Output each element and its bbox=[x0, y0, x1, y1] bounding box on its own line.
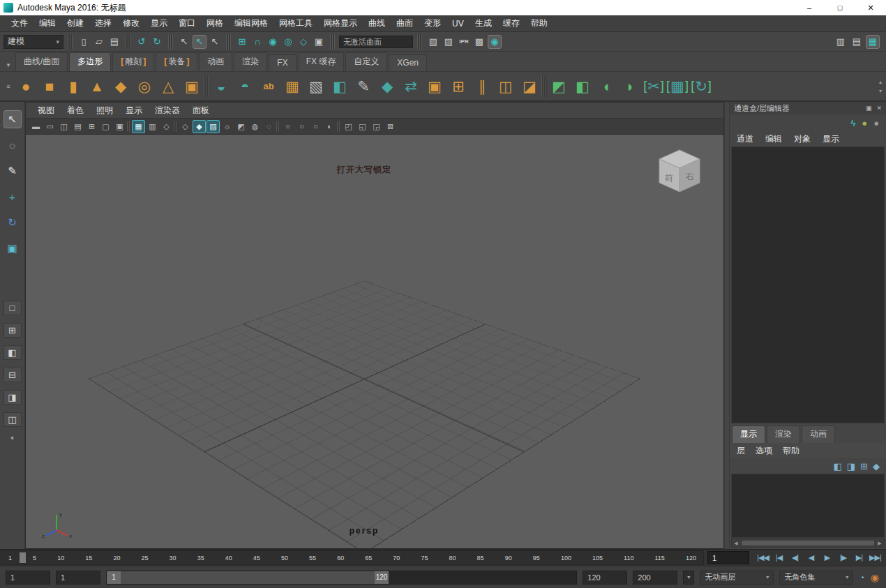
occlusion-toggle-icon[interactable]: ◍ bbox=[248, 120, 262, 133]
layer-editor-menu-item[interactable]: 层 bbox=[737, 445, 745, 457]
layout-more-icon[interactable]: ▾ bbox=[10, 435, 14, 442]
layout-hypershade-persp[interactable]: ◨ bbox=[3, 390, 22, 405]
bevel-icon[interactable]: ◆ bbox=[375, 74, 399, 99]
channel-box-icon[interactable]: ▦ bbox=[866, 35, 880, 49]
menu-item[interactable]: 编辑网格 bbox=[229, 17, 273, 29]
launch-render-icon[interactable]: ◉ bbox=[488, 35, 502, 49]
menu-item[interactable]: 帮助 bbox=[525, 17, 553, 29]
range-end-handle[interactable]: 120 bbox=[375, 571, 389, 584]
playback-options-dropdown[interactable]: ▾ bbox=[683, 571, 694, 585]
group-divider[interactable] bbox=[68, 34, 73, 50]
menu-item[interactable]: 曲面 bbox=[391, 17, 419, 29]
sculpt-brush-icon[interactable]: ◖ bbox=[594, 74, 618, 99]
close-button[interactable]: ✕ bbox=[855, 0, 886, 15]
menu-item[interactable]: 选择 bbox=[89, 17, 117, 29]
pane-divider[interactable] bbox=[724, 102, 730, 549]
playback-start-field[interactable]: 1 bbox=[56, 571, 100, 585]
create-polygon-icon[interactable]: ◧ bbox=[571, 74, 594, 99]
shelf-tab[interactable]: FX bbox=[269, 54, 296, 71]
shelf-tab-menu-icon[interactable]: ▾ bbox=[3, 59, 14, 71]
current-frame-field[interactable]: 1 bbox=[707, 551, 749, 564]
poly-cylinder-icon[interactable]: ▮ bbox=[61, 74, 85, 99]
lighting-toggle-icon[interactable]: ☼ bbox=[220, 120, 234, 133]
select-object-icon[interactable]: ↖ bbox=[193, 35, 207, 49]
group-divider[interactable] bbox=[168, 34, 173, 50]
channel-box-menu-item[interactable]: 通道 bbox=[737, 133, 753, 145]
layout-four-pane[interactable]: ⊞ bbox=[3, 323, 22, 338]
layer-editor-tab[interactable]: 渲染 bbox=[767, 425, 800, 443]
viewport-menu-item[interactable]: 着色 bbox=[61, 105, 90, 116]
auto-key-icon[interactable]: ◉ bbox=[871, 572, 879, 583]
quad-draw-icon[interactable]: ◩ bbox=[547, 74, 571, 99]
layer-editor-menu-item[interactable]: 选项 bbox=[756, 445, 772, 457]
safe-action-icon[interactable]: ▢ bbox=[99, 120, 112, 133]
shelf-tab[interactable]: 多边形 bbox=[69, 52, 111, 71]
range-slider-track[interactable]: 1 120 bbox=[106, 571, 577, 585]
active-surface-input[interactable] bbox=[339, 36, 413, 48]
color-managed-icon[interactable]: ◐ bbox=[323, 120, 336, 133]
poly-pipe-icon[interactable]: ▣ bbox=[180, 74, 204, 99]
poly-cone-icon[interactable]: ▲ bbox=[85, 74, 109, 99]
play-backwards-button[interactable]: ◀ bbox=[804, 551, 818, 565]
duplicate-face-icon[interactable]: ◫ bbox=[494, 74, 518, 99]
poly-text-icon[interactable]: ab bbox=[257, 74, 280, 99]
snap-curve-icon[interactable]: ∩ bbox=[250, 35, 264, 49]
animation-start-field[interactable]: 1 bbox=[6, 571, 50, 585]
animation-end-field[interactable]: 200 bbox=[633, 571, 677, 585]
hud-toggle-icon[interactable]: ▥ bbox=[146, 120, 159, 133]
scroll-right-icon[interactable]: ▶ bbox=[876, 541, 884, 546]
group-divider[interactable] bbox=[417, 34, 422, 50]
menu-item[interactable]: 网格 bbox=[201, 17, 229, 29]
select-component-icon[interactable]: ↖ bbox=[208, 35, 222, 49]
shelf-tab[interactable]: 雕刻 bbox=[112, 52, 154, 71]
antialias-toggle-icon[interactable]: ◌ bbox=[262, 120, 276, 133]
shelf-tab[interactable]: 自定义 bbox=[345, 52, 387, 71]
go-to-end-button[interactable]: ▶▶| bbox=[868, 551, 883, 565]
attribute-editor-icon[interactable]: ▤ bbox=[850, 35, 864, 49]
scroll-up-icon[interactable]: ▴ bbox=[879, 79, 882, 85]
field-chart-icon[interactable]: ⊞ bbox=[85, 120, 98, 133]
layout-persp-outliner[interactable]: ◧ bbox=[3, 345, 22, 360]
move-layer-up-icon[interactable]: ◧ bbox=[834, 461, 842, 472]
snap-projected-center-icon[interactable]: ◎ bbox=[281, 35, 295, 49]
relax-brush-icon[interactable]: ◗ bbox=[618, 74, 642, 99]
shelf-tab[interactable]: XGen bbox=[389, 54, 427, 71]
poly-torus-icon[interactable]: ◎ bbox=[133, 74, 156, 99]
minimize-button[interactable]: – bbox=[794, 0, 825, 15]
undo-icon[interactable]: ↺ bbox=[135, 35, 149, 49]
range-start-handle[interactable]: 1 bbox=[107, 571, 121, 584]
render-view-icon[interactable]: ▧ bbox=[426, 35, 440, 49]
hscroll-thumb[interactable] bbox=[742, 541, 874, 545]
layer-list-empty[interactable] bbox=[731, 474, 885, 538]
range-slider-bar[interactable]: 1 120 bbox=[107, 571, 389, 584]
mirror-geometry-icon[interactable]: ◪ bbox=[518, 74, 541, 99]
poly-platonic-icon[interactable]: ◆ bbox=[109, 74, 133, 99]
pencil-append-icon[interactable]: ✎ bbox=[352, 74, 375, 99]
joint-xray-toggle-icon[interactable]: ◲ bbox=[370, 120, 383, 133]
modeling-toolkit-icon[interactable]: ▥ bbox=[834, 35, 848, 49]
character-set-select[interactable]: 无角色集 ▾ bbox=[779, 571, 853, 585]
snap-grid-icon[interactable]: ⊞ bbox=[235, 35, 249, 49]
step-forward-frame-button[interactable]: ▶| bbox=[852, 551, 866, 565]
group-divider[interactable] bbox=[330, 34, 335, 50]
layout-single-pane[interactable]: □ bbox=[3, 301, 22, 315]
open-scene-icon[interactable]: ▱ bbox=[92, 35, 106, 49]
play-forwards-button[interactable]: ▶ bbox=[820, 551, 834, 565]
insert-edge-loop-icon[interactable]: ⊞ bbox=[446, 74, 470, 99]
menu-item[interactable]: 窗口 bbox=[173, 17, 201, 29]
offset-edge-loop-icon[interactable]: ∥ bbox=[470, 74, 494, 99]
connect-tool-icon[interactable]: ↻ bbox=[689, 74, 713, 99]
multi-cut-icon[interactable]: ✂ bbox=[642, 74, 666, 99]
move-tool[interactable]: + bbox=[3, 188, 22, 206]
shaded-mode-icon[interactable]: ◆ bbox=[193, 120, 206, 133]
menu-item[interactable]: 显示 bbox=[145, 17, 173, 29]
target-weld-icon[interactable]: ▦ bbox=[666, 74, 689, 99]
combine-icon[interactable]: ◧ bbox=[328, 74, 352, 99]
exposure-toggle-icon[interactable]: ○ bbox=[281, 120, 294, 133]
time-slider[interactable]: 1510152025303540455055606570758085909510… bbox=[1, 550, 704, 565]
channel-box-menu-item[interactable]: 对象 bbox=[794, 133, 811, 145]
close-panel-icon[interactable]: ✕ bbox=[876, 105, 882, 112]
maximize-button[interactable]: □ bbox=[825, 0, 855, 15]
select-tool[interactable]: ↖ bbox=[3, 110, 22, 128]
redo-icon[interactable]: ↻ bbox=[150, 35, 164, 49]
